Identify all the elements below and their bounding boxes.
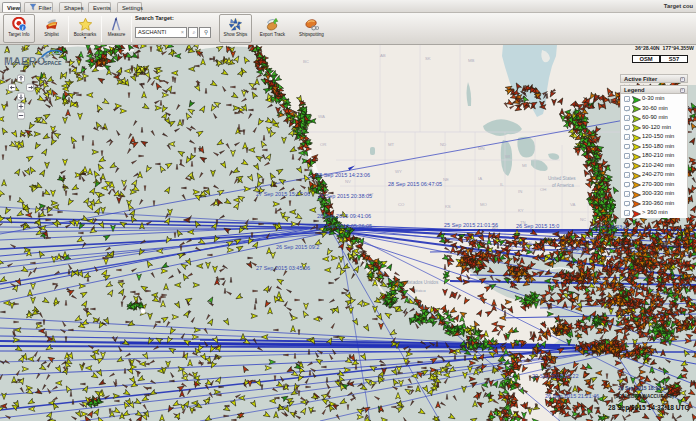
svg-text:SPACE: SPACE — [44, 60, 62, 66]
svg-text:VA: VA — [570, 202, 576, 207]
svg-text:NC: NC — [580, 217, 586, 222]
svg-text:MT: MT — [388, 142, 395, 147]
svg-text:27 Sep 2015 03:45:06: 27 Sep 2015 03:45:06 — [256, 265, 310, 271]
svg-text:KS: KS — [445, 204, 451, 209]
svg-text:25 Sep 2015 21:01:56: 25 Sep 2015 21:01:56 — [444, 222, 498, 228]
svg-text:28 Sep 2015 20:38:05: 28 Sep 2015 20:38:05 — [318, 193, 372, 199]
svg-text:25 Sep 20: 25 Sep 20 — [562, 246, 587, 252]
svg-text:BC: BC — [303, 59, 309, 64]
svg-text:26 Sep 2015 18:12:16: 26 Sep 2015 18:12:16 — [618, 385, 668, 391]
svg-text:26 Sep 2015 21:21:46: 26 Sep 2015 21:21:46 — [545, 393, 599, 399]
svg-text:28 Sep 2015 05:26:05: 28 Sep 2015 05:26:05 — [318, 223, 372, 229]
svg-text:IN: IN — [518, 189, 522, 194]
svg-text:26 Sep 2015 15:0: 26 Sep 2015 15:0 — [516, 223, 559, 229]
svg-text:27 Sep 2015 15:17:06: 27 Sep 2015 15:17:06 — [256, 191, 310, 197]
svg-text:OH: OH — [540, 187, 546, 192]
svg-text:United States: United States — [548, 176, 576, 181]
svg-text:MB: MB — [468, 58, 475, 63]
svg-text:AB: AB — [380, 53, 386, 58]
svg-text:of America: of America — [552, 183, 574, 188]
svg-text:NV: NV — [345, 179, 351, 184]
svg-text:WY: WY — [395, 169, 402, 174]
svg-text:SK: SK — [425, 56, 431, 61]
svg-text:MO: MO — [480, 202, 488, 207]
svg-text:NE: NE — [443, 177, 449, 182]
svg-text:MI: MI — [522, 163, 527, 168]
svg-text:IL: IL — [500, 182, 504, 187]
svg-text:20 Sep 2015 18:22: 20 Sep 2015 18:22 — [532, 373, 579, 379]
svg-text:Estados Unidos: Estados Unidos — [406, 280, 439, 285]
svg-text:OR: OR — [320, 142, 326, 147]
svg-text:26 Sep 2015 09:2: 26 Sep 2015 09:2 — [276, 244, 319, 250]
svg-text:WA: WA — [318, 114, 325, 119]
svg-text:28 Sep 2015 06:47:05: 28 Sep 2015 06:47:05 — [388, 181, 442, 187]
svg-text:MAERO: MAERO — [4, 55, 46, 67]
svg-text:28 Sep 2015 14:37:18 UTC: 28 Sep 2015 14:37:18 UTC — [608, 404, 690, 412]
svg-text:p 2015 18:43:4: p 2015 18:43:4 — [590, 224, 627, 230]
svg-text:ND: ND — [440, 142, 446, 147]
svg-text:IA: IA — [478, 176, 482, 181]
svg-text:(SCALEBAR INACCURATE): (SCALEBAR INACCURATE) — [614, 394, 674, 399]
svg-text:28 Sep 2015 14:23:06: 28 Sep 2015 14:23:06 — [316, 172, 370, 178]
svg-text:CO: CO — [398, 202, 405, 207]
svg-text:WI: WI — [505, 154, 510, 159]
svg-text:KY: KY — [518, 208, 524, 213]
svg-text:28 Sep 2015 09:41:06: 28 Sep 2015 09:41:06 — [317, 213, 371, 219]
